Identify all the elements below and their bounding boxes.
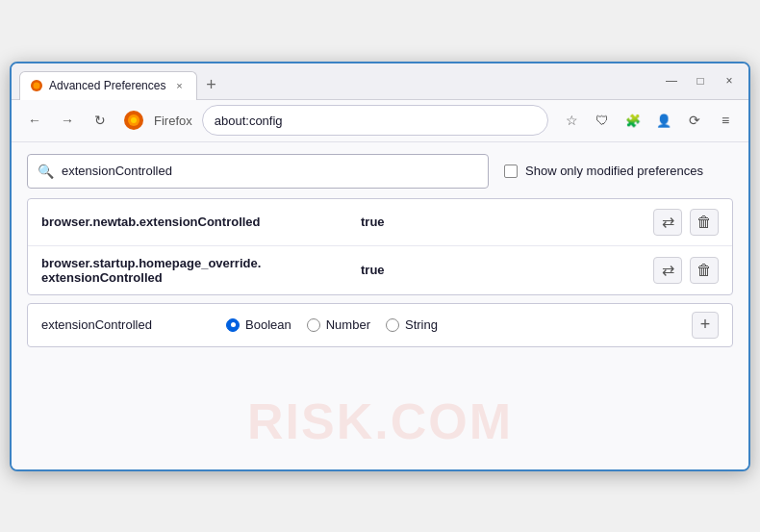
sync-button[interactable]: ⟳: [681, 107, 708, 134]
pref-name-2-line2: extensionControlled: [41, 270, 349, 285]
extension-button[interactable]: 🧩: [620, 107, 646, 134]
tab-title: Advanced Preferences: [49, 79, 165, 92]
show-modified-checkbox[interactable]: [504, 165, 518, 178]
radio-string[interactable]: String: [386, 317, 438, 332]
browser-name-label: Firefox: [154, 114, 192, 128]
radio-number-circle[interactable]: [307, 318, 320, 332]
puzzle-icon: 🧩: [625, 114, 641, 128]
radio-number-label: Number: [326, 317, 370, 332]
delete-button-2[interactable]: 🗑: [690, 257, 719, 284]
shield-button[interactable]: 🛡: [589, 107, 616, 134]
svg-point-4: [131, 117, 137, 123]
search-row: 🔍 extensionControlled Show only modified…: [27, 154, 733, 189]
trash-icon: 🗑: [697, 262, 712, 279]
address-bar[interactable]: about:config: [202, 105, 548, 136]
profile-button[interactable]: 👤: [650, 107, 677, 134]
pref-value-2: true: [361, 263, 642, 277]
pref-name-2: browser.startup.homepage_override. exten…: [41, 256, 349, 285]
pref-name-1: browser.newtab.extensionControlled: [41, 215, 349, 229]
radio-boolean-label: Boolean: [245, 317, 291, 332]
radio-boolean[interactable]: Boolean: [226, 317, 291, 332]
show-modified-label: Show only modified preferences: [525, 164, 703, 178]
minimize-button[interactable]: —: [660, 69, 683, 92]
star-icon: ☆: [566, 113, 578, 128]
plus-icon: +: [700, 315, 711, 335]
type-radio-group: Boolean Number String: [226, 317, 680, 332]
firefox-logo: [123, 110, 144, 131]
shield-icon: 🛡: [595, 113, 609, 128]
trash-icon: 🗑: [697, 214, 712, 231]
bookmark-button[interactable]: ☆: [558, 107, 585, 134]
add-preference-button[interactable]: +: [692, 312, 719, 339]
new-pref-name: extensionControlled: [41, 317, 215, 332]
search-input[interactable]: extensionControlled: [62, 164, 478, 178]
tab-favicon: [30, 79, 43, 92]
close-button[interactable]: ×: [718, 69, 741, 92]
search-icon: 🔍: [38, 164, 54, 179]
url-text: about:config: [215, 114, 536, 128]
browser-window: Advanced Preferences × + — □ × ← → ↻: [10, 62, 750, 471]
new-tab-button[interactable]: +: [197, 72, 224, 99]
forward-button[interactable]: →: [54, 107, 81, 134]
radio-string-circle[interactable]: [386, 318, 399, 332]
radio-number[interactable]: Number: [307, 317, 370, 332]
search-box[interactable]: 🔍 extensionControlled: [27, 154, 489, 189]
radio-string-label: String: [405, 317, 438, 332]
title-bar: Advanced Preferences × + — □ ×: [12, 63, 748, 100]
toolbar-icons: ☆ 🛡 🧩 👤 ⟳ ≡: [558, 107, 739, 134]
radio-boolean-circle[interactable]: [226, 318, 240, 332]
tab-area: Advanced Preferences × +: [19, 63, 648, 99]
watermark: RISK.COM: [247, 393, 513, 450]
profile-icon: 👤: [656, 114, 671, 128]
reset-icon: ⇄: [662, 213, 674, 231]
table-row: browser.newtab.extensionControlled true …: [28, 199, 732, 246]
hamburger-icon: ≡: [722, 113, 729, 128]
back-button[interactable]: ←: [21, 107, 48, 134]
pref-actions-1: ⇄ 🗑: [653, 209, 719, 236]
show-modified-area: Show only modified preferences: [504, 164, 703, 178]
tab-close-button[interactable]: ×: [171, 78, 187, 93]
results-table: browser.newtab.extensionControlled true …: [27, 198, 733, 295]
reload-icon: ↻: [94, 113, 106, 128]
reload-button[interactable]: ↻: [87, 107, 114, 134]
reset-button-2[interactable]: ⇄: [653, 257, 682, 284]
nav-bar: ← → ↻ Firefox about:config ☆ 🛡: [12, 100, 748, 142]
reset-button-1[interactable]: ⇄: [653, 209, 682, 236]
pref-name-2-line1: browser.startup.homepage_override.: [41, 256, 349, 270]
table-row: browser.startup.homepage_override. exten…: [28, 246, 732, 294]
sync-icon: ⟳: [689, 113, 700, 128]
menu-button[interactable]: ≡: [712, 107, 739, 134]
svg-point-1: [34, 83, 40, 89]
pref-actions-2: ⇄ 🗑: [653, 257, 719, 284]
reset-icon: ⇄: [662, 261, 674, 279]
maximize-button[interactable]: □: [689, 69, 712, 92]
forward-icon: →: [61, 113, 74, 128]
active-tab[interactable]: Advanced Preferences ×: [19, 71, 197, 100]
main-content: RISK.COM 🔍 extensionControlled Show only…: [12, 142, 748, 469]
back-icon: ←: [28, 113, 41, 128]
pref-value-1: true: [361, 215, 642, 229]
window-controls: — □ ×: [660, 69, 741, 92]
delete-button-1[interactable]: 🗑: [690, 209, 719, 236]
new-preference-row: extensionControlled Boolean Number Strin…: [27, 303, 733, 347]
